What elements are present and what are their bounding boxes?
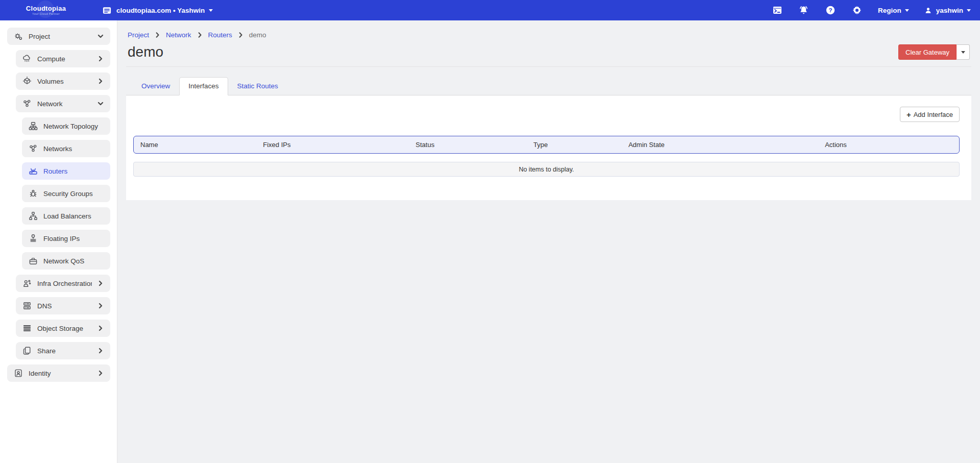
help-icon[interactable]: ? [825, 5, 836, 16]
sidebar-item-label: Infra Orchestration [37, 280, 92, 287]
sidebar-item-dns[interactable]: DNS [16, 297, 110, 314]
sidebar-item-routers[interactable]: Routers [22, 162, 110, 180]
tab-overview[interactable]: Overview [132, 77, 179, 95]
chevron-right-icon [97, 347, 104, 354]
sidebar-item-project[interactable]: Project [7, 28, 110, 45]
sidebar-item-identity[interactable]: Identity [7, 364, 110, 382]
brand-logo[interactable]: Cloudtopiaa Your Cloud Partner [15, 5, 77, 15]
sidebar-item-volumes[interactable]: Volumes [16, 72, 110, 90]
chevron-right-icon [97, 325, 104, 332]
chevron-down-icon [967, 9, 971, 12]
volumes-icon [22, 76, 32, 86]
column-header-type: Type [533, 141, 628, 149]
network-topology-icon [28, 121, 38, 131]
breadcrumb-link-project[interactable]: Project [128, 31, 149, 39]
bell-icon[interactable] [798, 5, 810, 16]
sidebar-item-label: Share [37, 347, 92, 355]
dns-icon [22, 301, 32, 311]
sidebar-item-label: Compute [37, 55, 92, 63]
plus-icon: + [906, 111, 911, 118]
security-groups-icon [28, 188, 38, 199]
gear-icon[interactable] [851, 5, 863, 16]
chevron-down-icon [97, 100, 104, 107]
sidebar-item-label: Floating IPs [43, 235, 104, 242]
panel-actions: + Add Interface [133, 107, 960, 122]
object-storage-icon [22, 323, 32, 333]
region-label: Region [878, 7, 901, 14]
brand-tagline: Your Cloud Partner [32, 12, 60, 15]
chevron-down-icon [905, 9, 909, 12]
sidebar-navigation: ProjectComputeVolumesNetworkNetwork Topo… [0, 20, 117, 463]
breadcrumb-link-network[interactable]: Network [166, 31, 191, 39]
tab-interfaces[interactable]: Interfaces [179, 77, 228, 95]
load-balancers-icon [28, 211, 38, 221]
chevron-down-icon [97, 33, 104, 40]
sidebar-item-security-groups[interactable]: Security Groups [22, 185, 110, 202]
page-title: demo [128, 44, 163, 60]
share-icon [22, 346, 32, 356]
top-navbar: Cloudtopiaa Your Cloud Partner cloudtopi… [0, 0, 980, 20]
empty-message: No items to display. [519, 166, 574, 173]
sidebar-item-network-topology[interactable]: Network Topology [22, 117, 110, 135]
clear-gateway-caret-button[interactable] [957, 44, 970, 60]
chevron-down-icon [961, 51, 965, 54]
column-header-fixed-ips: Fixed IPs [263, 141, 415, 149]
sidebar-item-floating-ips[interactable]: Floating IPs [22, 230, 110, 247]
sidebar-item-label: Object Storage [37, 325, 92, 332]
add-interface-label: Add Interface [914, 111, 953, 118]
networks-icon [28, 143, 38, 154]
column-header-actions: Actions [825, 141, 952, 149]
clear-gateway-split-button: Clear Gateway [898, 44, 970, 60]
project-selector-dropdown[interactable]: cloudtopiaa.com • Yashwin [101, 5, 213, 16]
tab-static-routes[interactable]: Static Routes [228, 77, 287, 95]
clear-gateway-button[interactable]: Clear Gateway [898, 44, 957, 60]
chevron-right-icon [97, 280, 104, 287]
routers-icon [28, 166, 38, 176]
breadcrumb: ProjectNetworkRoutersdemo [126, 31, 971, 39]
chevron-right-icon [197, 32, 203, 38]
chevron-right-icon [97, 370, 104, 377]
interfaces-table-header: NameFixed IPsStatusTypeAdmin StateAction… [133, 136, 960, 154]
sidebar-item-label: Volumes [37, 78, 92, 85]
sidebar-item-network-qos[interactable]: Network QoS [22, 252, 110, 270]
chevron-right-icon [97, 302, 104, 309]
sidebar-item-infra-orchestration[interactable]: Infra Orchestration [16, 275, 110, 292]
sidebar-item-label: Networks [43, 145, 104, 153]
sidebar-item-network[interactable]: Network [16, 95, 110, 112]
sidebar-item-label: Load Balancers [43, 212, 104, 220]
interfaces-tab-panel: + Add Interface NameFixed IPsStatusTypeA… [126, 95, 971, 200]
network-qos-icon [28, 256, 38, 266]
chevron-right-icon [97, 78, 104, 85]
user-icon [924, 6, 933, 14]
svg-text:?: ? [828, 7, 832, 13]
sidebar-item-label: Routers [43, 167, 104, 175]
sidebar-item-label: DNS [37, 302, 92, 310]
tab-bar: OverviewInterfacesStatic Routes [126, 77, 971, 95]
sidebar-item-label: Network QoS [43, 257, 104, 265]
sidebar-item-share[interactable]: Share [16, 342, 110, 359]
add-interface-button[interactable]: + Add Interface [900, 107, 960, 122]
sidebar-item-load-balancers[interactable]: Load Balancers [22, 207, 110, 225]
column-header-admin-state: Admin State [628, 141, 825, 149]
chevron-right-icon [97, 55, 104, 62]
chevron-right-icon [237, 32, 244, 38]
identity-icon [13, 368, 23, 378]
page-header: demo Clear Gateway [126, 39, 971, 67]
region-dropdown[interactable]: Region [878, 7, 909, 14]
console-icon[interactable] [772, 5, 783, 16]
navbar-right-controls: ? Region yashwin [772, 5, 971, 16]
infra-orchestration-icon [22, 278, 32, 288]
user-menu-dropdown[interactable]: yashwin [924, 6, 971, 14]
sidebar-item-object-storage[interactable]: Object Storage [16, 320, 110, 337]
brand-title: Cloudtopiaa [26, 5, 66, 12]
sidebar-item-compute[interactable]: Compute [16, 50, 110, 67]
compute-icon [22, 54, 32, 64]
network-icon [22, 99, 32, 109]
breadcrumb-current: demo [249, 31, 266, 39]
chevron-down-icon [209, 9, 213, 12]
floating-ips-icon [28, 233, 38, 243]
sidebar-item-networks[interactable]: Networks [22, 140, 110, 157]
breadcrumb-link-routers[interactable]: Routers [208, 31, 232, 39]
column-header-status: Status [415, 141, 533, 149]
empty-table-row: No items to display. [133, 162, 960, 177]
